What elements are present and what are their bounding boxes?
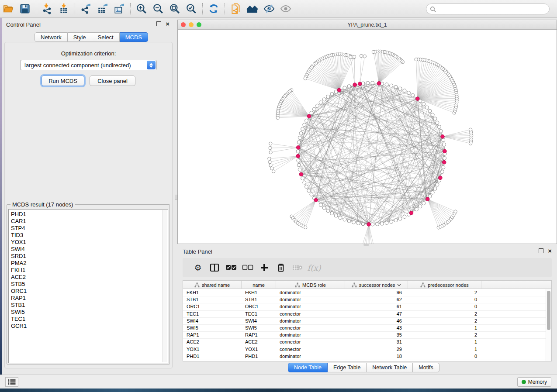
table-cell: STB1 xyxy=(242,296,276,303)
close-panel-icon[interactable]: × xyxy=(166,21,170,26)
table-cell: ACE2 xyxy=(183,338,242,346)
zoom-fit-button[interactable] xyxy=(166,1,183,16)
close-panel-button[interactable]: Close panel xyxy=(90,76,135,86)
show-hidden-button[interactable] xyxy=(277,1,294,16)
mcds-result-item[interactable]: RAP1 xyxy=(9,295,168,302)
attribute-type-icon xyxy=(420,282,426,288)
tab-node-table[interactable]: Node Table xyxy=(288,363,328,372)
tab-edge-table[interactable]: Edge Table xyxy=(328,363,367,372)
mcds-result-item[interactable]: PMA2 xyxy=(9,260,168,267)
table-cell: FKH1 xyxy=(242,289,276,296)
mcds-result-item[interactable]: GCR1 xyxy=(9,323,168,330)
table-cell: TEC1 xyxy=(242,310,276,318)
mcds-result-item[interactable]: TID3 xyxy=(9,232,168,239)
mcds-result-item[interactable]: SWI4 xyxy=(9,246,168,253)
mcds-result-item[interactable]: TEC1 xyxy=(9,316,168,323)
table-scrollbar[interactable] xyxy=(546,289,551,361)
export-network-button[interactable] xyxy=(78,1,94,16)
select-all-button[interactable] xyxy=(223,260,239,275)
search-input[interactable] xyxy=(436,6,549,12)
mcds-result-item[interactable]: FKH1 xyxy=(9,267,168,274)
mcds-result-item[interactable]: STB1 xyxy=(9,302,168,309)
network-from-selection-button[interactable] xyxy=(228,1,244,16)
table-row[interactable]: ORC1ORC1dominator610 xyxy=(183,303,551,310)
toolbar-separator xyxy=(130,3,131,14)
tab-select[interactable]: Select xyxy=(92,32,120,42)
table-scrollbar-thumb[interactable] xyxy=(547,291,550,330)
column-header-shared-name[interactable]: shared name xyxy=(183,281,242,289)
table-row[interactable]: STB1STB1dominator620 xyxy=(183,296,551,303)
table-cell: 35 xyxy=(345,331,408,339)
table-row[interactable]: ACE2ACE2connector311 xyxy=(183,338,551,345)
table-row[interactable]: RAP1RAP1dominator352 xyxy=(183,331,551,338)
table-row[interactable]: TEC1TEC1connector472 xyxy=(183,310,551,317)
tab-network[interactable]: Network xyxy=(35,32,68,42)
export-table-button[interactable] xyxy=(94,1,111,16)
float-panel-icon[interactable] xyxy=(156,21,161,26)
import-table-button[interactable] xyxy=(55,1,72,16)
column-header-filler[interactable] xyxy=(481,281,551,289)
mcds-result-item[interactable]: ACE2 xyxy=(9,274,168,281)
tab-style[interactable]: Style xyxy=(68,32,92,42)
add-column-button[interactable] xyxy=(256,260,273,275)
open-file-button[interactable] xyxy=(0,1,17,16)
table-row[interactable]: FKH1FKH1dominator962 xyxy=(183,289,551,296)
column-header-name[interactable]: name xyxy=(242,281,276,289)
mcds-result-item[interactable]: ORC1 xyxy=(9,288,168,295)
search-icon xyxy=(430,6,436,12)
mcds-result-item[interactable]: STB5 xyxy=(9,281,168,288)
criterion-dropdown[interactable]: largest connected component (undirected) xyxy=(20,60,157,70)
table-cell: YOX1 xyxy=(242,346,276,353)
attribute-type-icon xyxy=(352,282,357,288)
mcds-panel: Optimization criterion: largest connecte… xyxy=(4,42,173,368)
tab-mcds[interactable]: MCDS xyxy=(120,32,148,42)
list-scrollbar[interactable] xyxy=(162,210,167,362)
task-history-button[interactable] xyxy=(5,377,18,387)
table-row[interactable]: SWI4SWI4dominator462 xyxy=(183,317,551,324)
tab-motifs[interactable]: Motifs xyxy=(413,363,439,372)
zoom-selected-button[interactable] xyxy=(183,1,200,16)
zoom-in-button[interactable] xyxy=(133,1,150,16)
mcds-result-item[interactable]: STP4 xyxy=(9,225,168,232)
table-row[interactable]: SWI5SWI5connector431 xyxy=(183,324,551,331)
memory-button[interactable]: Memory xyxy=(517,377,551,387)
mcds-result-item[interactable]: CAR1 xyxy=(9,218,168,225)
close-panel-icon[interactable]: × xyxy=(548,248,552,253)
deselect-all-button[interactable] xyxy=(239,260,256,275)
import-network-button[interactable] xyxy=(39,1,55,16)
save-session-button[interactable] xyxy=(17,1,33,16)
column-header-predecessor-nodes[interactable]: predecessor nodes xyxy=(408,281,481,289)
mcds-result-item[interactable]: SWI5 xyxy=(9,309,168,316)
table-cell-filler xyxy=(481,324,551,332)
delete-column-button[interactable] xyxy=(273,260,289,275)
show-all-networks-button[interactable] xyxy=(244,1,261,16)
toolbar-separator xyxy=(75,3,75,14)
table-cell: RAP1 xyxy=(242,331,276,339)
tab-network-table[interactable]: Network Table xyxy=(367,363,413,372)
mcds-result-item[interactable]: PHD1 xyxy=(9,211,168,218)
network-window-titlebar[interactable]: YPA_prune.txt_1 xyxy=(178,20,557,30)
table-cell: TEC1 xyxy=(183,310,242,318)
table-cell: RAP1 xyxy=(183,331,242,339)
mcds-result-item[interactable]: SRD1 xyxy=(9,253,168,260)
mcds-result-list[interactable]: PHD1CAR1STP4TID3YOX1SWI4SRD1PMA2FKH1ACE2… xyxy=(8,209,168,363)
search-box[interactable] xyxy=(426,3,550,14)
zoom-out-button[interactable] xyxy=(150,1,166,16)
float-panel-icon[interactable] xyxy=(539,248,543,253)
table-cell: 0 xyxy=(408,353,481,360)
table-row[interactable]: YOX1YOX1connector291 xyxy=(183,346,551,353)
table-settings-button[interactable]: ⚙ xyxy=(190,260,206,275)
table-cell: ACE2 xyxy=(242,338,276,346)
table-cell: 18 xyxy=(345,353,408,360)
column-visibility-button[interactable] xyxy=(206,260,223,275)
network-canvas[interactable] xyxy=(178,30,557,244)
column-header-MCDS-role[interactable]: MCDS role xyxy=(276,281,345,289)
network-graph xyxy=(178,30,557,244)
run-mcds-button[interactable]: Run MCDS xyxy=(42,76,84,86)
mcds-result-item[interactable]: YOX1 xyxy=(9,239,168,246)
export-image-button[interactable] xyxy=(111,1,128,16)
table-row[interactable]: PHD1PHD1dominator180 xyxy=(183,353,551,360)
refresh-layout-button[interactable] xyxy=(205,1,222,16)
hide-selected-button[interactable] xyxy=(261,1,277,16)
column-header-successor-nodes[interactable]: successor nodes xyxy=(345,281,408,289)
